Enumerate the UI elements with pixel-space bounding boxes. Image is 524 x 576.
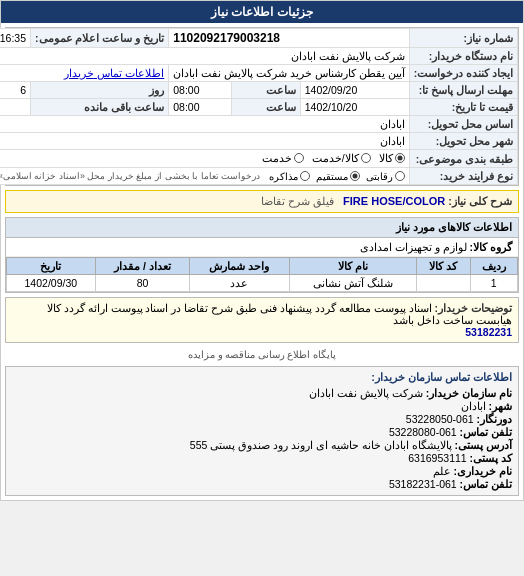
note-code: 53182231 bbox=[465, 326, 512, 338]
info-row-asas: اساس محل تحویل: ابادان bbox=[0, 116, 518, 133]
asas-mahal-label: اساس محل تحویل: bbox=[409, 116, 517, 133]
tabaghe-option-kala-label: کالا bbox=[379, 152, 393, 164]
now-farayand-label: نوع فرایند خرید: bbox=[409, 168, 517, 185]
col-tarikh: تاریخ bbox=[7, 258, 96, 275]
watermark-note: پایگاه اطلاع رسانی مناقصه و مزایده bbox=[1, 347, 523, 362]
contact-section: اطلاعات تماس سازمان خریدار: نام سازمان خ… bbox=[5, 366, 519, 496]
now-farayand-note: درخواست تعاما با بخشی از مبلغ خریدار محل… bbox=[0, 171, 260, 181]
group-label: گروه کالا: bbox=[470, 241, 512, 253]
info-row-shahr: شهر محل تحویل: ابادان bbox=[0, 133, 518, 150]
contact-telefon-value: 53228080-061 bbox=[389, 426, 457, 438]
saaat-label-2: ساعت bbox=[231, 99, 300, 116]
info-row-mohlet: مهلت ارسال پاسخ تا: 1402/09/20 ساعت 08:0… bbox=[0, 82, 518, 99]
table-cell-2: شلنگ آتش نشانی bbox=[289, 275, 417, 292]
contact-shahr-value: ابادان bbox=[461, 400, 486, 412]
farayand-raghabati-label: رقابتی bbox=[366, 171, 393, 182]
main-info-section: شماره نیاز: 1102092179003218 تاریخ و ساع… bbox=[5, 27, 519, 186]
contact-title: اطلاعات تماس سازمان خریدار: bbox=[12, 371, 512, 384]
shomare-value: 1102092179003218 bbox=[169, 29, 409, 48]
contact-kod-post-value: 6316953111 bbox=[408, 452, 466, 464]
shahr-mahal-value: ابادان bbox=[0, 133, 409, 150]
farayand-mostaghim[interactable]: مستقیم bbox=[316, 171, 360, 182]
items-table: ردیف کد کالا نام کالا واحد شمارش تعداد /… bbox=[6, 257, 518, 292]
tabaghe-label: طبقه بندی موضوعی: bbox=[409, 150, 517, 168]
contact-row-telefon2: تلفن تماس: 53182231-061 bbox=[12, 478, 512, 490]
keyword-label: شرح کلی نیاز: bbox=[445, 195, 512, 207]
group-value: لوازم و تجهیزات امدادی bbox=[360, 241, 467, 253]
info-row-tabaghe: طبقه بندی موضوعی: کالا کالا/خدمت bbox=[0, 150, 518, 168]
col-nam: نام کالا bbox=[289, 258, 417, 275]
gheymat-label: قیمت تا تاریخ: bbox=[409, 99, 517, 116]
contact-row-kod-post: کد پستی: 6316953111 bbox=[12, 452, 512, 464]
contact-sazman-value: شرکت پالایش نفت ابادان bbox=[309, 387, 423, 399]
farayand-raghabati[interactable]: رقابتی bbox=[366, 171, 405, 182]
ettelaat-tamas-link[interactable]: اطلاعات تماس خریدار bbox=[64, 67, 164, 79]
saaat-2-value: 08:00 bbox=[169, 99, 231, 116]
tabaghe-option-kala-khedmat-label: کالا/خدمت bbox=[312, 152, 359, 164]
contact-telefon-label: تلفن تماس: bbox=[460, 426, 512, 438]
keyword-fire-hose: FIRE HOSE/COLOR bbox=[343, 195, 445, 207]
shomare-label: شماره نیاز: bbox=[409, 29, 517, 48]
asas-mahal-value: ابادان bbox=[0, 116, 409, 133]
info-row-now-farayand: نوع فرایند خرید: رقابتی مستقیم bbox=[0, 168, 518, 185]
saaat-baqi-label: ساعت باقی مانده bbox=[31, 99, 169, 116]
table-cell-1 bbox=[417, 275, 470, 292]
col-kod: کد کالا bbox=[417, 258, 470, 275]
table-cell-3: عدد bbox=[190, 275, 289, 292]
tabaghe-option-khedmat-label: خدمت bbox=[262, 152, 292, 164]
table-cell-0: 1 bbox=[470, 275, 517, 292]
note-label: توضیحات خریدار: bbox=[435, 302, 512, 314]
tabaghe-option-kala-khedmat[interactable]: کالا/خدمت bbox=[312, 152, 371, 164]
contact-shahr-label: شهر: bbox=[489, 400, 513, 412]
contact-telefon2-label: تلفن تماس: bbox=[460, 478, 512, 490]
page-wrapper: جزئیات اطلاعات نیاز شماره نیاز: 11020921… bbox=[0, 0, 524, 501]
date-announce-value: 1402/09/13 - 16:35 bbox=[0, 29, 31, 48]
info-row-ejad: ایجاد کننده درخواست: آیین یقطن کارشناس خ… bbox=[0, 65, 518, 82]
contact-telefon2-value: 53182231-061 bbox=[389, 478, 457, 490]
now-farayand-radio-group: رقابتی مستقیم مذاکره bbox=[269, 171, 405, 182]
keyword-suffix: فیلق شرح تقاضا bbox=[261, 195, 334, 207]
tabaghe-radio-kala-dot bbox=[395, 153, 405, 163]
tabaghe-option-khedmat[interactable]: خدمت bbox=[262, 152, 304, 164]
contact-kod-post-label: کد پستی: bbox=[470, 452, 512, 464]
farayand-mostaghim-dot bbox=[350, 171, 360, 181]
table-row: 1شلنگ آتش نشانیعدد801402/09/30 bbox=[7, 275, 518, 292]
contact-row-shahr: شهر: ابادان bbox=[12, 400, 512, 412]
rooz-label: روز bbox=[31, 82, 169, 99]
ejad-konande-label: ایجاد کننده درخواست: bbox=[409, 65, 517, 82]
farayand-mozakere-dot bbox=[300, 171, 310, 181]
contact-dorangar-label: دورنگار: bbox=[477, 413, 513, 425]
farayand-mozakere[interactable]: مذاکره bbox=[269, 171, 310, 182]
info-row-nam: نام دستگاه خریدار: شرکت پالایش نفت ابادا… bbox=[0, 48, 518, 65]
table-header-row: ردیف کد کالا نام کالا واحد شمارش تعداد /… bbox=[7, 258, 518, 275]
col-tedad: تعداد / مقدار bbox=[95, 258, 190, 275]
contact-nam-kontakt-value: علم bbox=[433, 465, 451, 477]
shahr-mahal-label: شهر محل تحویل: bbox=[409, 133, 517, 150]
info-row-shomare: شماره نیاز: 1102092179003218 تاریخ و ساع… bbox=[0, 29, 518, 48]
contact-row-dorangar: دورنگار: 53228050-061 bbox=[12, 413, 512, 425]
tabaghe-radio-kala-khedmat-dot bbox=[361, 153, 371, 163]
rooz-value: 6 bbox=[0, 82, 31, 99]
contact-row-telefon: تلفن تماس: 53228080-061 bbox=[12, 426, 512, 438]
table-cell-5: 1402/09/30 bbox=[7, 275, 96, 292]
page-header: جزئیات اطلاعات نیاز bbox=[1, 1, 523, 23]
items-header: اطلاعات کالاهای مورد نیاز bbox=[6, 218, 518, 238]
saaat-label: ساعت bbox=[231, 82, 300, 99]
contact-adres-value: پالایشگاه ابادان خانه حاشیه ای اروند رود… bbox=[190, 439, 452, 451]
table-cell-4: 80 bbox=[95, 275, 190, 292]
farayand-mostaghim-label: مستقیم bbox=[316, 171, 348, 182]
info-table: شماره نیاز: 1102092179003218 تاریخ و ساع… bbox=[0, 28, 518, 185]
contact-row-sazman: نام سازمان خریدار: شرکت پالایش نفت ابادا… bbox=[12, 387, 512, 399]
keyword-section: شرح کلی نیاز: FIRE HOSE/COLOR فیلق شرح ت… bbox=[5, 190, 519, 213]
farayand-raghabati-dot bbox=[395, 171, 405, 181]
contact-adres-label: آدرس پستی: bbox=[455, 439, 512, 451]
col-vahed: واحد شمارش bbox=[190, 258, 289, 275]
contact-nam-kontakt-label: نام خریداری: bbox=[454, 465, 512, 477]
note-section: توضیحات خریدار: اسناد پیوست مطالعه گردد … bbox=[5, 297, 519, 343]
info-row-gheymat: قیمت تا تاریخ: 1402/10/20 ساعت 08:00 ساع… bbox=[0, 99, 518, 116]
tabaghe-option-kala[interactable]: کالا bbox=[379, 152, 405, 164]
mohlet-ersal-label: مهلت ارسال پاسخ تا: bbox=[409, 82, 517, 99]
nam-dastgah-label: نام دستگاه خریدار: bbox=[409, 48, 517, 65]
watermark-text: پایگاه اطلاع رسانی مناقصه و مزایده bbox=[188, 349, 336, 360]
contact-row-adres: آدرس پستی: پالایشگاه ابادان خانه حاشیه ا… bbox=[12, 439, 512, 451]
